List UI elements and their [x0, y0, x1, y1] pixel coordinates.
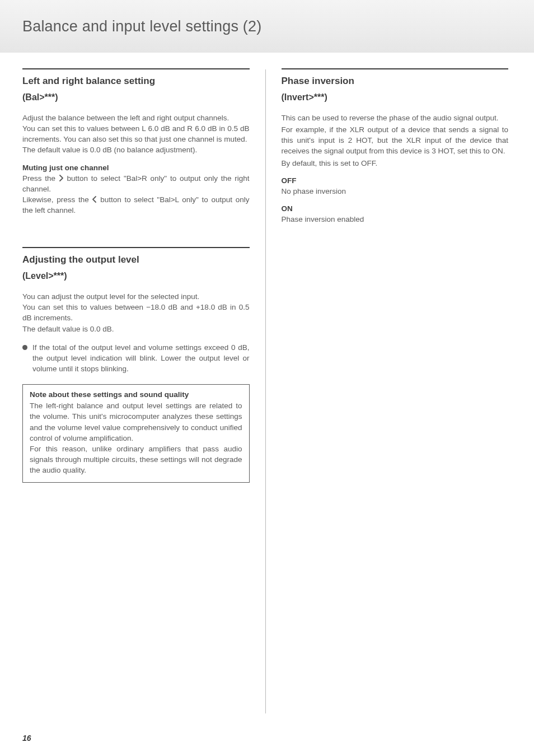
paragraph: For example, if the XLR output of a devi… — [282, 124, 509, 156]
note-box: Note about these settings and sound qual… — [22, 384, 250, 483]
label-on: ON — [282, 204, 509, 213]
paragraph: By default, this is set to OFF. — [282, 158, 509, 169]
column-divider — [265, 69, 266, 713]
page-body: Left and right balance setting (Bal>***)… — [0, 53, 534, 713]
paragraph: The default value is 0.0 dB. — [22, 324, 250, 334]
subheading-muting: Muting just one channel — [22, 164, 250, 172]
section-heading-balance: Left and right balance setting — [22, 75, 250, 88]
chevron-right-icon — [59, 175, 64, 181]
bullet-item: If the total of the output level and vol… — [22, 342, 250, 374]
left-column: Left and right balance setting (Bal>***)… — [22, 68, 250, 713]
section-phase: Phase inversion (Invert>***) This can be… — [282, 68, 509, 225]
paragraph: The left-right balance and output level … — [30, 400, 242, 444]
right-column: Phase inversion (Invert>***) This can be… — [282, 68, 509, 713]
note-heading: Note about these settings and sound qual… — [30, 390, 242, 399]
page-number: 16 — [22, 734, 31, 743]
paragraph: This can be used to reverse the phase of… — [282, 113, 509, 123]
label-off: OFF — [282, 176, 509, 185]
section-rule — [22, 247, 250, 248]
section-subheading-balance: (Bal>***) — [22, 92, 250, 102]
paragraph: Phase inversion enabled — [282, 214, 509, 225]
section-level: Adjusting the output level (Level>***) Y… — [22, 247, 250, 483]
section-heading-phase: Phase inversion — [282, 75, 509, 88]
paragraph: You can set this to values between L 6.0… — [22, 123, 250, 144]
paragraph: For this reason, unlike ordinary amplifi… — [30, 444, 242, 475]
section-balance: Left and right balance setting (Bal>***)… — [22, 68, 250, 216]
section-subheading-phase: (Invert>***) — [282, 92, 509, 102]
section-rule — [282, 68, 509, 69]
paragraph: You can adjust the output level for the … — [22, 291, 250, 302]
paragraph: You can set this to values between −18.0… — [22, 302, 250, 323]
section-subheading-level: (Level>***) — [22, 271, 250, 281]
paragraph: Adjust the balance between the left and … — [22, 113, 250, 123]
page-title: Balance and input level settings (2) — [22, 18, 261, 35]
paragraph: Likewise, press the button to select "Ba… — [22, 194, 250, 216]
page-header: Balance and input level settings (2) — [0, 0, 534, 53]
section-rule — [22, 68, 250, 69]
paragraph: No phase inversion — [282, 186, 509, 197]
paragraph: The default value is 0.0 dB (no balance … — [22, 144, 250, 155]
paragraph: Press the button to select "Bal>R only" … — [22, 173, 250, 194]
section-heading-level: Adjusting the output level — [22, 254, 250, 267]
